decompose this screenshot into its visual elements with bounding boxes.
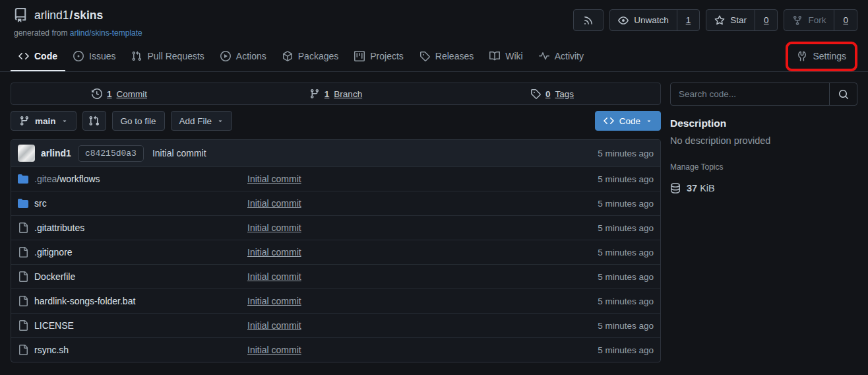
tags-stat[interactable]: 0 Tags — [444, 83, 660, 104]
fork-icon — [792, 15, 803, 26]
file-link[interactable]: src — [34, 198, 47, 209]
search-input[interactable] — [671, 83, 829, 105]
main-column: 1 Commit 1 Branch 0 Tags main — [11, 83, 661, 362]
book-icon — [489, 51, 500, 61]
tab-projects[interactable]: Projects — [346, 42, 412, 71]
tab-releases[interactable]: Releases — [412, 42, 481, 71]
code-download-button[interactable]: Code — [595, 111, 661, 131]
file-link[interactable]: LICENSE — [34, 320, 74, 331]
code-icon — [604, 116, 614, 126]
file-link[interactable]: .gitea/workflows — [34, 174, 100, 184]
star-count[interactable]: 0 — [755, 10, 778, 30]
file-commit-age: 5 minutes ago — [548, 223, 654, 233]
database-icon — [670, 183, 681, 193]
file-commit-message[interactable]: Initial commit — [247, 271, 548, 282]
package-icon — [282, 51, 293, 61]
file-path-prefix: .gitea — [34, 174, 57, 184]
repo-title-block: arlind1/skins generated from arlind/skin… — [13, 8, 142, 38]
tab-label: Projects — [370, 51, 404, 61]
table-row: Dockerfile Initial commit 5 minutes ago — [11, 264, 660, 289]
file-commit-age: 5 minutes ago — [548, 345, 654, 355]
branch-icon — [19, 116, 30, 126]
commit-hash-link[interactable]: c84215d0a3 — [78, 145, 144, 162]
table-row: .gitattributes Initial commit 5 minutes … — [11, 215, 660, 240]
tab-actions[interactable]: Actions — [212, 42, 274, 71]
go-to-file-button[interactable]: Go to file — [112, 111, 165, 131]
repo-owner-link[interactable]: arlind1 — [34, 9, 69, 22]
file-icon — [18, 296, 28, 306]
file-link[interactable]: Dockerfile — [34, 271, 75, 282]
tag-icon — [530, 88, 541, 99]
file-commit-message[interactable]: Initial commit — [247, 320, 548, 331]
table-row: hardlink-songs-folder.bat Initial commit… — [11, 289, 660, 313]
unwatch-button[interactable]: Unwatch — [610, 10, 677, 30]
tab-pull-requests[interactable]: Pull Requests — [123, 42, 212, 71]
file-commit-message[interactable]: Initial commit — [247, 174, 548, 184]
file-commit-age: 5 minutes ago — [548, 199, 654, 209]
tab-label: Issues — [89, 51, 115, 61]
repo-name-link[interactable]: skins — [73, 9, 103, 22]
file-link[interactable]: .gitignore — [34, 247, 73, 257]
rss-button[interactable] — [574, 10, 603, 30]
file-commit-message[interactable]: Initial commit — [247, 222, 548, 233]
avatar[interactable] — [18, 145, 35, 162]
tab-wiki[interactable]: Wiki — [481, 42, 530, 71]
commit-author-link[interactable]: arlind1 — [41, 148, 71, 158]
star-icon — [714, 15, 725, 26]
tab-label: Pull Requests — [147, 51, 204, 61]
commit-message-link[interactable]: Initial commit — [152, 148, 206, 158]
file-link[interactable]: .gitattributes — [34, 222, 84, 233]
file-icon — [18, 345, 28, 355]
sidebar: Description No description provided Mana… — [670, 83, 857, 193]
branch-count: 1 — [325, 89, 330, 99]
file-link[interactable]: hardlink-songs-folder.bat — [34, 296, 135, 306]
file-commit-message[interactable]: Initial commit — [247, 296, 548, 306]
commits-stat[interactable]: 1 Commit — [11, 83, 228, 104]
branch-label: Branch — [334, 89, 362, 99]
rss-icon — [583, 15, 594, 26]
file-commit-message[interactable]: Initial commit — [247, 345, 548, 355]
fork-group: Fork 0 — [784, 9, 857, 31]
file-name-cell: LICENSE — [18, 320, 247, 331]
branches-stat[interactable]: 1 Branch — [228, 83, 444, 104]
compare-button[interactable] — [82, 111, 106, 131]
tab-issues[interactable]: Issues — [65, 42, 123, 71]
files-table: arlind1 c84215d0a3 Initial commit 5 minu… — [11, 139, 661, 362]
file-commit-age: 5 minutes ago — [548, 272, 654, 282]
file-name-cell: rsync.sh — [18, 345, 247, 355]
star-button[interactable]: Star — [706, 10, 755, 30]
file-icon — [18, 247, 28, 257]
repo-size-unit: KiB — [700, 183, 715, 193]
commit-count: 1 — [107, 89, 112, 99]
repo-size-value: 37 — [687, 183, 697, 193]
fork-button[interactable]: Fork — [784, 10, 834, 30]
description-title: Description — [670, 118, 857, 129]
tab-packages[interactable]: Packages — [274, 42, 346, 71]
repo-stats-bar: 1 Commit 1 Branch 0 Tags — [11, 83, 661, 105]
file-link[interactable]: rsync.sh — [34, 345, 69, 355]
watch-count[interactable]: 1 — [677, 10, 700, 30]
history-icon — [92, 88, 102, 99]
file-rows: .gitea/workflows Initial commit 5 minute… — [11, 166, 660, 362]
branch-selector[interactable]: main — [11, 111, 77, 131]
branch-icon — [309, 88, 320, 99]
file-commit-message[interactable]: Initial commit — [247, 247, 548, 257]
file-name-cell: .gitattributes — [18, 222, 247, 233]
file-name-cell: src — [18, 198, 247, 209]
repo-header: arlind1/skins generated from arlind/skin… — [0, 0, 868, 38]
tab-settings[interactable]: Settings — [788, 51, 855, 61]
search-button[interactable] — [829, 83, 857, 105]
fork-count[interactable]: 0 — [834, 10, 857, 30]
template-link[interactable]: arlind/skins-template — [70, 28, 142, 38]
add-file-button[interactable]: Add File — [171, 111, 233, 131]
fork-label: Fork — [808, 15, 826, 25]
file-commit-message[interactable]: Initial commit — [247, 198, 548, 209]
file-name: LICENSE — [34, 320, 74, 331]
tab-code[interactable]: Code — [11, 42, 65, 71]
repo-name: skins — [73, 9, 103, 22]
file-commit-age: 5 minutes ago — [548, 248, 654, 257]
tab-label: Packages — [298, 51, 338, 61]
tab-activity[interactable]: Activity — [531, 42, 592, 71]
manage-topics-link[interactable]: Manage Topics — [670, 162, 724, 172]
compare-icon — [89, 116, 100, 126]
